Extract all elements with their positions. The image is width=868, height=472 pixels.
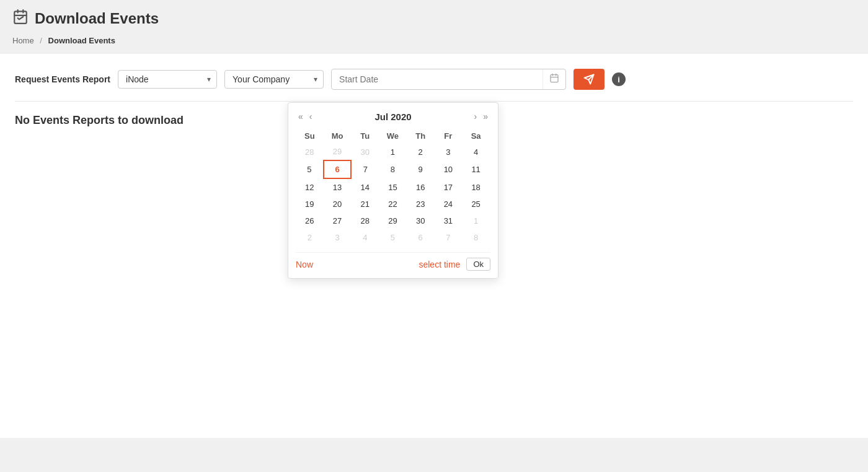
cal-footer-right: select time Ok bbox=[418, 258, 490, 271]
calendar-day[interactable]: 23 bbox=[407, 196, 435, 212]
calendar-day[interactable]: 6 bbox=[407, 229, 435, 246]
weekday-th: Th bbox=[407, 129, 435, 143]
cal-next-next-btn[interactable]: » bbox=[480, 110, 490, 123]
calendar-day[interactable]: 4 bbox=[462, 143, 490, 160]
inode-select[interactable]: iNode Option2 bbox=[118, 70, 217, 89]
cal-next-group: › » bbox=[472, 110, 490, 123]
calendar-day[interactable]: 28 bbox=[296, 143, 324, 160]
calendar-week-row: 12131415161718 bbox=[296, 178, 490, 196]
weekday-sa: Sa bbox=[462, 129, 490, 143]
calendar-day[interactable]: 3 bbox=[435, 143, 463, 160]
company-select[interactable]: Your Company Other Company bbox=[224, 70, 324, 89]
calendar-grid: Su Mo Tu We Th Fr Sa 2829301234567891011… bbox=[296, 129, 490, 246]
calendar-day[interactable]: 20 bbox=[324, 196, 352, 212]
cal-prev-group: « ‹ bbox=[296, 110, 314, 123]
calendar-header: « ‹ Jul 2020 › » bbox=[296, 110, 490, 123]
cal-now-button[interactable]: Now bbox=[296, 260, 313, 269]
send-button[interactable] bbox=[574, 69, 604, 90]
calendar-footer: Now select time Ok bbox=[296, 252, 490, 271]
calendar-week-row: 2829301234 bbox=[296, 143, 490, 160]
calendar-day[interactable]: 5 bbox=[296, 160, 324, 178]
page-wrapper: Download Events Home / Download Events R… bbox=[0, 0, 868, 472]
breadcrumb-home[interactable]: Home bbox=[12, 36, 34, 45]
calendar-day[interactable]: 17 bbox=[435, 178, 463, 196]
cal-prev-prev-btn[interactable]: « bbox=[296, 110, 306, 123]
weekday-fr: Fr bbox=[435, 129, 463, 143]
calendar-day[interactable]: 1 bbox=[379, 143, 407, 160]
calendar-day[interactable]: 12 bbox=[296, 178, 324, 196]
calendar-day[interactable]: 4 bbox=[351, 229, 379, 246]
calendar-body: 2829301234567891011121314151617181920212… bbox=[296, 143, 490, 246]
calendar-day[interactable]: 29 bbox=[379, 212, 407, 229]
calendar-day[interactable]: 22 bbox=[379, 196, 407, 212]
cal-ok-button[interactable]: Ok bbox=[466, 258, 490, 271]
breadcrumb-separator: / bbox=[40, 36, 42, 45]
calendar-day[interactable]: 25 bbox=[462, 196, 490, 212]
calendar-day[interactable]: 16 bbox=[407, 178, 435, 196]
calendar-day[interactable]: 11 bbox=[462, 160, 490, 178]
calendar-day[interactable]: 10 bbox=[435, 160, 463, 178]
page-header: Download Events bbox=[0, 0, 868, 33]
calendar-day[interactable]: 5 bbox=[379, 229, 407, 246]
calendar-weekday-row: Su Mo Tu We Th Fr Sa bbox=[296, 129, 490, 143]
calendar-week-row: 2345678 bbox=[296, 229, 490, 246]
calendar-day[interactable]: 14 bbox=[351, 178, 379, 196]
calendar-week-row: 19202122232425 bbox=[296, 196, 490, 212]
calendar-day[interactable]: 8 bbox=[462, 229, 490, 246]
calendar-day[interactable]: 21 bbox=[351, 196, 379, 212]
company-select-wrapper: Your Company Other Company bbox=[224, 70, 324, 89]
inode-select-wrapper: iNode Option2 bbox=[118, 70, 217, 89]
calendar-icon[interactable] bbox=[542, 69, 565, 89]
calendar-day[interactable]: 27 bbox=[324, 212, 352, 229]
weekday-su: Su bbox=[296, 129, 324, 143]
calendar-day[interactable]: 9 bbox=[407, 160, 435, 178]
calendar-day[interactable]: 6 bbox=[324, 160, 352, 178]
svg-rect-0 bbox=[14, 11, 27, 24]
calendar-day[interactable]: 2 bbox=[407, 143, 435, 160]
calendar-day[interactable]: 13 bbox=[324, 178, 352, 196]
cal-prev-btn[interactable]: ‹ bbox=[307, 110, 315, 123]
calendar-week-row: 2627282930311 bbox=[296, 212, 490, 229]
weekday-mo: Mo bbox=[324, 129, 352, 143]
weekday-we: We bbox=[379, 129, 407, 143]
calendar-day[interactable]: 1 bbox=[462, 212, 490, 229]
toolbar: Request Events Report iNode Option2 Your… bbox=[15, 69, 853, 102]
calendar-day[interactable]: 19 bbox=[296, 196, 324, 212]
start-date-input[interactable] bbox=[332, 71, 542, 88]
calendar-day[interactable]: 26 bbox=[296, 212, 324, 229]
calendar-day[interactable]: 28 bbox=[351, 212, 379, 229]
calendar-day[interactable]: 18 bbox=[462, 178, 490, 196]
start-date-wrapper bbox=[331, 69, 566, 90]
calendar-week-row: 567891011 bbox=[296, 160, 490, 178]
calendar-day[interactable]: 29 bbox=[324, 143, 352, 160]
calendar-day[interactable]: 3 bbox=[324, 229, 352, 246]
calendar-day[interactable]: 30 bbox=[407, 212, 435, 229]
calendar-popup: « ‹ Jul 2020 › » Su Mo Tu bbox=[288, 102, 498, 279]
info-icon[interactable]: i bbox=[612, 72, 626, 86]
download-events-icon bbox=[12, 9, 29, 28]
calendar-day[interactable]: 2 bbox=[296, 229, 324, 246]
calendar-day[interactable]: 8 bbox=[379, 160, 407, 178]
calendar-month-title: Jul 2020 bbox=[374, 111, 411, 122]
cal-select-time[interactable]: select time bbox=[418, 260, 460, 269]
calendar-day[interactable]: 24 bbox=[435, 196, 463, 212]
breadcrumb-current: Download Events bbox=[48, 36, 115, 45]
page-title: Download Events bbox=[35, 10, 159, 27]
breadcrumb: Home / Download Events bbox=[0, 33, 868, 54]
weekday-tu: Tu bbox=[351, 129, 379, 143]
calendar-day[interactable]: 15 bbox=[379, 178, 407, 196]
calendar-day[interactable]: 31 bbox=[435, 212, 463, 229]
cal-next-btn[interactable]: › bbox=[472, 110, 480, 123]
calendar-day[interactable]: 30 bbox=[351, 143, 379, 160]
toolbar-label: Request Events Report bbox=[15, 74, 110, 84]
calendar-day[interactable]: 7 bbox=[351, 160, 379, 178]
calendar-day[interactable]: 7 bbox=[435, 229, 463, 246]
svg-rect-4 bbox=[551, 75, 558, 82]
main-content: Request Events Report iNode Option2 Your… bbox=[0, 54, 868, 438]
